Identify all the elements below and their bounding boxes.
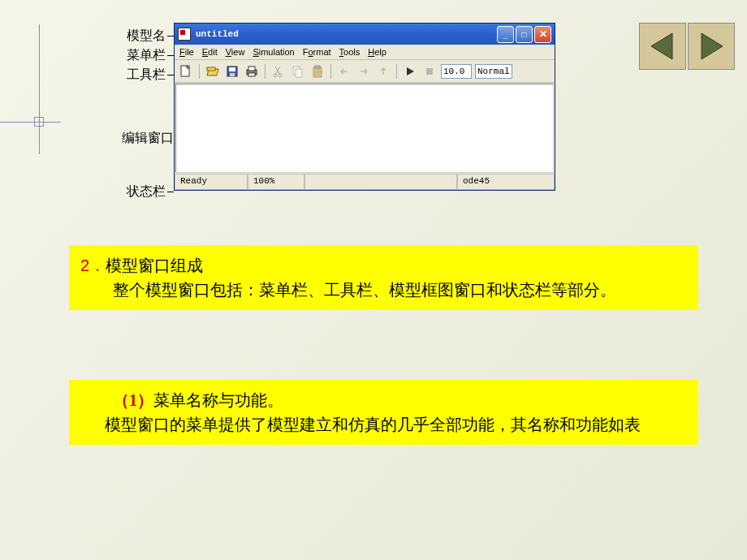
- status-empty: [304, 174, 457, 190]
- triangle-right-icon: [695, 30, 728, 62]
- separator: [330, 64, 331, 79]
- item-number: 2．: [80, 256, 106, 274]
- sub-title: 菜单名称与功能。: [153, 391, 283, 409]
- menu-help[interactable]: Help: [368, 47, 386, 57]
- sub-number: （1）: [113, 391, 153, 409]
- titlebar[interactable]: untitled _ □ ✕: [175, 24, 555, 45]
- svg-rect-8: [230, 73, 235, 76]
- menubar: File Edit View Simulation Format Tools H…: [175, 45, 555, 60]
- paste-icon: [311, 65, 324, 78]
- separator: [199, 64, 200, 79]
- text-block-1: 2．模型窗口组成 整个模型窗口包括：菜单栏、工具栏、模型框图窗口和状态栏等部分。: [69, 245, 698, 310]
- save-icon: [226, 65, 239, 78]
- new-button[interactable]: [178, 63, 194, 80]
- arrow-right-icon: [357, 65, 370, 78]
- run-button[interactable]: [402, 63, 418, 80]
- label-status-bar: 状态栏: [127, 183, 174, 200]
- print-icon: [245, 65, 258, 78]
- svg-rect-19: [315, 66, 320, 68]
- folder-open-icon: [206, 65, 219, 78]
- svg-rect-7: [229, 67, 235, 71]
- maximize-button[interactable]: □: [516, 26, 533, 43]
- window-controls: _ □ ✕: [497, 26, 551, 43]
- next-button[interactable]: [688, 23, 735, 70]
- svg-rect-5: [207, 67, 215, 71]
- svg-rect-10: [248, 67, 255, 71]
- window-title: untitled: [196, 29, 497, 39]
- sub-body: 模型窗口的菜单提供了模型建立和仿真的几乎全部功能，其名称和功能如表: [105, 416, 641, 433]
- statusbar: Ready 100% ode45: [175, 174, 555, 190]
- decor-line-h: [0, 122, 61, 123]
- svg-rect-11: [248, 73, 255, 76]
- app-icon: [178, 28, 191, 41]
- menu-edit[interactable]: Edit: [202, 47, 218, 57]
- close-button[interactable]: ✕: [534, 26, 551, 43]
- status-ready: Ready: [175, 174, 248, 190]
- menu-file[interactable]: File: [179, 47, 194, 57]
- label-tool-bar: 工具栏: [127, 67, 174, 84]
- menu-format[interactable]: Format: [303, 47, 331, 57]
- copy-button[interactable]: [290, 63, 306, 80]
- mode-select[interactable]: Normal: [475, 64, 512, 79]
- separator: [396, 64, 397, 79]
- stop-button[interactable]: [421, 63, 438, 80]
- svg-marker-20: [407, 67, 414, 75]
- triangle-left-icon: [646, 30, 679, 62]
- svg-rect-18: [313, 67, 322, 77]
- save-button[interactable]: [224, 63, 240, 80]
- label-model-name: 模型名: [127, 28, 174, 45]
- toolbar: Normal: [175, 60, 555, 83]
- label-menu-bar: 菜单栏: [127, 47, 174, 64]
- play-icon: [404, 65, 417, 78]
- svg-marker-1: [702, 33, 723, 59]
- menu-simulation[interactable]: Simulation: [253, 47, 294, 57]
- prev-button[interactable]: [639, 23, 686, 70]
- arrow-left-icon: [338, 65, 351, 78]
- stop-icon: [423, 65, 436, 78]
- nav-buttons: [639, 23, 735, 70]
- menu-tools[interactable]: Tools: [339, 47, 361, 57]
- forward-button[interactable]: [356, 63, 372, 80]
- cut-icon: [272, 65, 285, 78]
- status-zoom: 100%: [248, 174, 304, 190]
- simulink-window: untitled _ □ ✕ File Edit View Simulation…: [174, 23, 555, 191]
- decor-line-v: [39, 24, 40, 154]
- text-block-2: （1）菜单名称与功能。 模型窗口的菜单提供了模型建立和仿真的几乎全部功能，其名称…: [69, 380, 698, 445]
- menu-view[interactable]: View: [226, 47, 245, 57]
- paste-button[interactable]: [309, 63, 326, 80]
- stop-time-input[interactable]: [441, 64, 472, 79]
- arrow-up-icon: [377, 65, 390, 78]
- cut-button[interactable]: [270, 63, 287, 80]
- new-file-icon: [179, 65, 192, 78]
- svg-rect-21: [426, 68, 433, 75]
- separator: [265, 64, 266, 79]
- decor-box: [34, 117, 44, 127]
- minimize-button[interactable]: _: [497, 26, 514, 43]
- item-body: 整个模型窗口包括：菜单栏、工具栏、模型框图窗口和状态栏等部分。: [113, 281, 616, 299]
- label-edit-window: 编辑窗口: [122, 130, 182, 147]
- svg-marker-0: [651, 33, 672, 59]
- open-button[interactable]: [205, 63, 221, 80]
- editor-canvas[interactable]: [175, 84, 554, 173]
- item-title: 模型窗口组成: [106, 256, 203, 274]
- back-button[interactable]: [336, 63, 352, 80]
- status-solver: ode45: [457, 174, 555, 190]
- up-button[interactable]: [375, 63, 391, 80]
- print-button[interactable]: [244, 63, 260, 80]
- svg-rect-17: [296, 69, 302, 77]
- copy-icon: [291, 65, 304, 78]
